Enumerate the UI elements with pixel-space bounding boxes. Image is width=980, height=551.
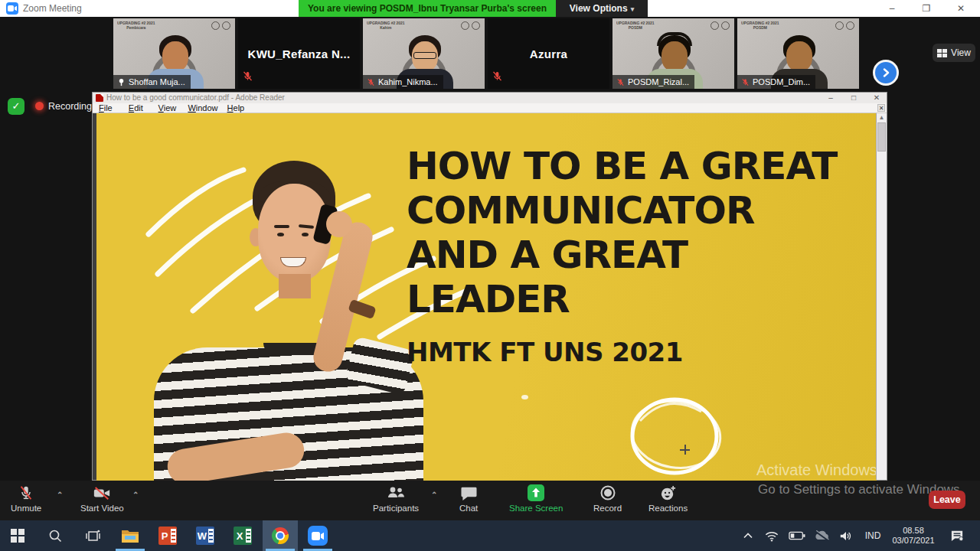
clock-time: 08.58 — [903, 526, 924, 536]
taskbar-item-task-view[interactable] — [75, 520, 110, 551]
menu-file[interactable]: File — [99, 103, 113, 113]
reader-titlebar: How to be a good communicator.pdf - Adob… — [93, 93, 887, 103]
window-title: Zoom Meeting — [23, 3, 82, 14]
participant-tile[interactable]: UPGRADING #2 2021Kahim Kahim_Nikma... — [363, 18, 485, 89]
windows-taskbar: IND 08.58 03/07/2021 PWX — [0, 520, 980, 551]
reader-close-button[interactable]: ✕ — [871, 93, 882, 102]
menu-view[interactable]: View — [158, 103, 177, 113]
mic-muted-icon — [367, 78, 375, 86]
onedrive-cloud-icon[interactable] — [810, 520, 833, 551]
video-options-caret[interactable]: ⌃ — [132, 491, 139, 499]
restore-button[interactable]: ❐ — [920, 2, 933, 15]
participant-tile[interactable]: UPGRADING #2 2021Pembicara Shoffan Muja.… — [113, 18, 235, 89]
camera-off-icon — [93, 484, 111, 502]
action-center-icon[interactable] — [943, 520, 971, 551]
chat-bubble-icon — [461, 484, 477, 502]
backdrop-logos — [211, 21, 230, 30]
participant-tile[interactable]: Azurra — [488, 18, 609, 89]
person-face — [162, 41, 188, 72]
clock-date: 03/07/2021 — [892, 536, 934, 546]
menu-window[interactable]: Window — [188, 103, 217, 113]
taskbar-item-zoom[interactable] — [300, 520, 335, 551]
slide-title-line: LEADER — [407, 277, 837, 321]
white-dot — [521, 395, 528, 399]
scrollbar-thumb[interactable] — [877, 122, 886, 152]
view-layout-button[interactable]: View — [933, 44, 975, 62]
adobe-reader-window: How to be a good communicator.pdf - Adob… — [92, 92, 887, 481]
backdrop-text: UPGRADING #2 2021POSDM — [616, 21, 655, 30]
mouse-cursor — [684, 445, 686, 455]
reader-toolbar-close-icon[interactable]: ✕ — [877, 104, 885, 112]
leave-button[interactable]: Leave — [929, 491, 965, 509]
menu-edit[interactable]: Edit — [129, 103, 143, 113]
slide-title: HOW TO BE A GREATCOMMUNICATORAND A GREAT… — [407, 144, 837, 321]
backdrop-text: UPGRADING #2 2021Pembicara — [117, 21, 155, 30]
taskbar-item-excel[interactable]: X — [225, 520, 260, 551]
battery-icon[interactable] — [786, 520, 808, 551]
record-button[interactable]: Record — [593, 484, 622, 513]
taskbar-item-word[interactable]: W — [188, 520, 223, 551]
circle-doodle — [621, 390, 728, 481]
reactions-smiley-icon — [659, 484, 677, 502]
taskbar-item-start[interactable] — [0, 520, 35, 551]
person-face — [662, 41, 688, 72]
mic-muted-icon — [18, 484, 34, 502]
view-options-button[interactable]: View Options▾ — [556, 0, 648, 17]
language-indicator[interactable]: IND — [861, 520, 885, 551]
zoom-logo-icon — [6, 2, 18, 15]
participant-name: POSDM_Dim... — [737, 75, 815, 89]
mic-muted-icon — [616, 78, 625, 86]
taskbar-item-file-explorer[interactable] — [113, 520, 148, 551]
reader-scrollbar[interactable]: ▲ — [876, 113, 887, 480]
minimize-button[interactable]: – — [886, 2, 898, 15]
next-participants-button[interactable] — [873, 60, 899, 86]
participant-strip: View UPGRADING #2 2021Pembicara Shoffan … — [0, 18, 980, 90]
start-video-button[interactable]: Start Video — [80, 484, 124, 513]
reader-menubar: FileEditViewWindowHelp — [93, 103, 887, 113]
backdrop-logos — [835, 21, 854, 30]
backdrop-logos — [710, 21, 730, 30]
viewing-screen-banner: You are viewing POSDM_Ibnu Tryansar Purb… — [299, 0, 556, 17]
participant-name: Azurra — [488, 18, 609, 89]
activate-windows-watermark: Activate Windows — [756, 461, 877, 479]
participants-button[interactable]: Participants — [373, 484, 419, 513]
chevron-down-icon: ▾ — [631, 5, 635, 13]
unmute-options-caret[interactable]: ⌃ — [57, 491, 63, 499]
participant-name: Shoffan Muja... — [113, 75, 191, 89]
slide-subtitle: HMTK FT UNS 2021 — [407, 337, 683, 367]
reactions-button[interactable]: Reactions — [648, 484, 688, 513]
reader-minimize-button[interactable]: – — [825, 93, 836, 102]
unmute-button[interactable]: Unmute — [11, 484, 41, 513]
slide-title-line: HOW TO BE A GREAT — [407, 144, 837, 188]
tray-expand-caret[interactable] — [737, 520, 759, 551]
start-icon — [11, 529, 24, 543]
volume-icon[interactable] — [835, 520, 858, 551]
participant-name: KWU_Refanza N... — [238, 18, 360, 89]
participants-caret[interactable]: ⌃ — [431, 491, 437, 499]
powerpoint-icon: P — [158, 527, 177, 545]
pdf-file-icon — [96, 94, 103, 102]
scroll-up-icon[interactable]: ▲ — [877, 114, 887, 121]
participant-tile[interactable]: UPGRADING #2 2021POSDM POSDM_Dim... — [737, 18, 859, 89]
zoom-app-icon — [308, 526, 328, 546]
taskbar-item-search[interactable] — [38, 520, 73, 551]
record-icon — [599, 484, 616, 502]
chat-button[interactable]: Chat — [459, 484, 478, 513]
close-button[interactable]: ✕ — [955, 2, 967, 15]
participant-tile[interactable]: KWU_Refanza N... — [238, 18, 360, 89]
slide-title-line: COMMUNICATOR — [407, 188, 837, 233]
window-titlebar: Zoom Meeting You are viewing POSDM_Ibnu … — [0, 0, 980, 17]
reader-maximize-button[interactable]: □ — [848, 93, 859, 102]
taskbar-item-powerpoint[interactable]: P — [150, 520, 185, 551]
wifi-icon[interactable] — [761, 520, 782, 551]
participant-name: POSDM_Rizal... — [612, 75, 694, 89]
clock[interactable]: 08.58 03/07/2021 — [887, 520, 940, 551]
security-shield-icon[interactable]: ✓ — [8, 98, 24, 115]
share-screen-button[interactable]: Share Screen — [509, 484, 563, 513]
word-icon: W — [196, 527, 214, 545]
backdrop-text: UPGRADING #2 2021POSDM — [741, 21, 779, 30]
taskbar-item-chrome[interactable] — [263, 520, 298, 551]
participant-tile[interactable]: UPGRADING #2 2021POSDM POSDM_Rizal... — [612, 18, 734, 89]
menu-help[interactable]: Help — [227, 103, 245, 113]
task-view-icon — [86, 530, 100, 543]
